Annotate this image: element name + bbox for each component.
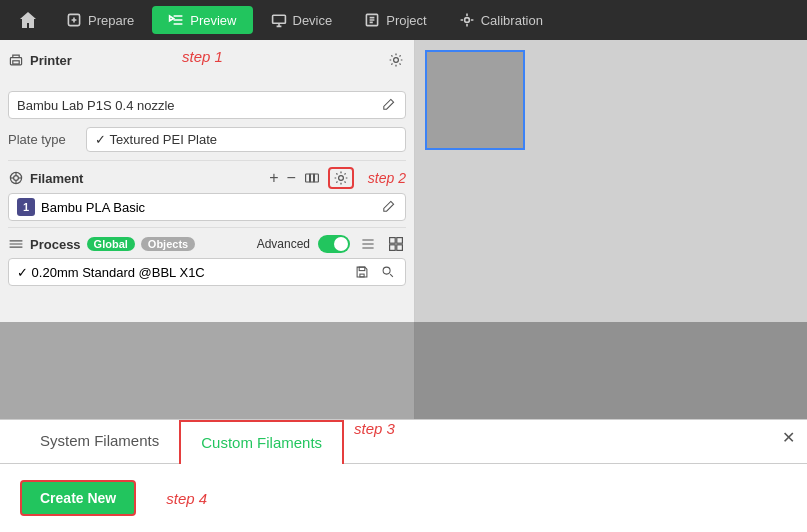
step4-label: step 4 bbox=[166, 490, 207, 507]
printer-title: Printer bbox=[30, 53, 72, 68]
filament-item-left: 1 Bambu PLA Basic bbox=[17, 198, 145, 216]
toggle-thumb bbox=[334, 237, 348, 251]
filament-edit-icon[interactable] bbox=[379, 198, 397, 216]
filament-name: Bambu PLA Basic bbox=[41, 200, 145, 215]
svg-rect-5 bbox=[13, 61, 19, 64]
plate-type-label: Plate type bbox=[8, 132, 78, 147]
printer-section-title: Printer bbox=[8, 52, 72, 68]
process-preset-text: ✓ 0.20mm Standard @BBL X1C bbox=[17, 265, 205, 280]
tab-custom-filaments[interactable]: Custom Filaments bbox=[179, 420, 344, 464]
step2-label: step 2 bbox=[368, 170, 406, 186]
filament-icon bbox=[8, 170, 24, 186]
badge-objects[interactable]: Objects bbox=[141, 237, 195, 251]
svg-rect-1 bbox=[272, 15, 285, 23]
printer-icon bbox=[8, 52, 24, 68]
svg-rect-22 bbox=[359, 267, 365, 271]
top-navigation: Prepare Preview Device Project Calibrati… bbox=[0, 0, 807, 40]
svg-rect-21 bbox=[360, 274, 364, 277]
nav-project[interactable]: Project bbox=[350, 8, 440, 32]
filament-item[interactable]: 1 Bambu PLA Basic bbox=[8, 193, 406, 221]
advanced-toggle[interactable] bbox=[318, 235, 350, 253]
svg-point-23 bbox=[383, 267, 390, 274]
create-new-button[interactable]: Create New bbox=[20, 480, 136, 516]
process-preset-row[interactable]: ✓ 0.20mm Standard @BBL X1C bbox=[8, 258, 406, 286]
svg-rect-20 bbox=[397, 245, 403, 251]
filament-remove-button[interactable]: − bbox=[287, 169, 296, 187]
modal-close-button[interactable]: ✕ bbox=[782, 428, 795, 447]
step1-label: step 1 bbox=[182, 48, 576, 65]
process-right: Advanced bbox=[257, 234, 406, 254]
plate-type-select[interactable]: ✓ Textured PEI Plate bbox=[86, 127, 406, 152]
step3-label: step 3 bbox=[354, 420, 395, 463]
nav-device[interactable]: Device bbox=[257, 8, 347, 32]
nav-prepare[interactable]: Prepare bbox=[52, 8, 148, 32]
process-save-icon[interactable] bbox=[353, 263, 371, 281]
printer-name-row[interactable]: Bambu Lab P1S 0.4 nozzle bbox=[8, 91, 406, 119]
process-grid-icon[interactable] bbox=[386, 234, 406, 254]
process-left: Process Global Objects bbox=[8, 236, 195, 252]
process-icon bbox=[8, 236, 24, 252]
modal-tabs: System Filaments Custom Filaments step 3 bbox=[0, 420, 807, 464]
process-search-icon[interactable] bbox=[379, 263, 397, 281]
svg-point-8 bbox=[14, 176, 19, 181]
svg-point-3 bbox=[464, 18, 469, 23]
badge-global[interactable]: Global bbox=[87, 237, 135, 251]
filament-gear-icon bbox=[333, 170, 349, 186]
advanced-label: Advanced bbox=[257, 237, 310, 251]
svg-rect-19 bbox=[390, 245, 396, 251]
tab-system-filaments[interactable]: System Filaments bbox=[20, 420, 179, 463]
process-title: Process bbox=[8, 236, 81, 252]
process-section: Process Global Objects Advanced bbox=[8, 227, 406, 286]
home-button[interactable] bbox=[8, 6, 48, 34]
filament-modal: ✕ System Filaments Custom Filaments step… bbox=[0, 419, 807, 532]
process-preset-actions bbox=[353, 263, 397, 281]
svg-rect-18 bbox=[397, 238, 403, 244]
printer-edit-icon[interactable] bbox=[379, 96, 397, 114]
process-list-icon[interactable] bbox=[358, 234, 378, 254]
filament-multi-icon[interactable] bbox=[304, 170, 320, 186]
preview-thumbnail bbox=[425, 50, 525, 150]
printer-name-text: Bambu Lab P1S 0.4 nozzle bbox=[17, 98, 175, 113]
filament-add-button[interactable]: + bbox=[269, 169, 278, 187]
nav-calibration[interactable]: Calibration bbox=[445, 8, 557, 32]
svg-point-16 bbox=[338, 176, 343, 181]
filament-settings-button[interactable] bbox=[328, 167, 354, 189]
process-header: Process Global Objects Advanced bbox=[8, 234, 406, 254]
filament-title: Filament bbox=[8, 170, 83, 186]
plate-type-row: Plate type ✓ Textured PEI Plate bbox=[8, 125, 406, 154]
svg-rect-17 bbox=[390, 238, 396, 244]
filament-actions: + − step bbox=[269, 167, 406, 189]
filament-header: Filament + − bbox=[8, 167, 406, 189]
nav-preview[interactable]: Preview bbox=[152, 6, 252, 34]
filament-number: 1 bbox=[17, 198, 35, 216]
modal-body: Create New step 4 bbox=[0, 464, 807, 532]
filament-section: Filament + − bbox=[8, 160, 406, 221]
modal-overlay: ✕ System Filaments Custom Filaments step… bbox=[0, 322, 807, 532]
